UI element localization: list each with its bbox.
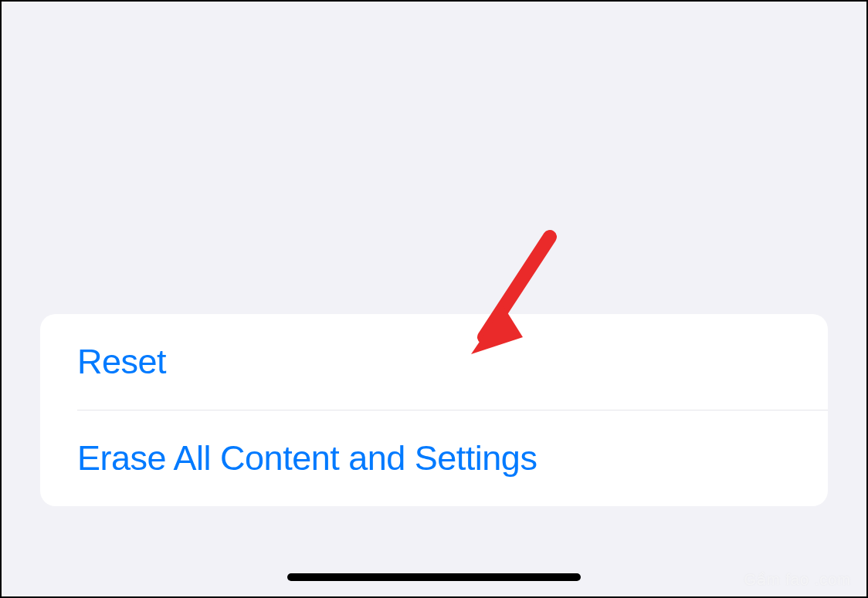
erase-all-label: Erase All Content and Settings	[77, 438, 537, 478]
home-indicator[interactable]	[287, 573, 581, 581]
reset-label: Reset	[77, 342, 166, 381]
settings-group: Reset Erase All Content and Settings	[40, 314, 828, 506]
erase-all-row[interactable]: Erase All Content and Settings	[40, 410, 828, 506]
watermark-text: Gầm fao .com	[744, 570, 851, 589]
reset-row[interactable]: Reset	[40, 314, 828, 410]
